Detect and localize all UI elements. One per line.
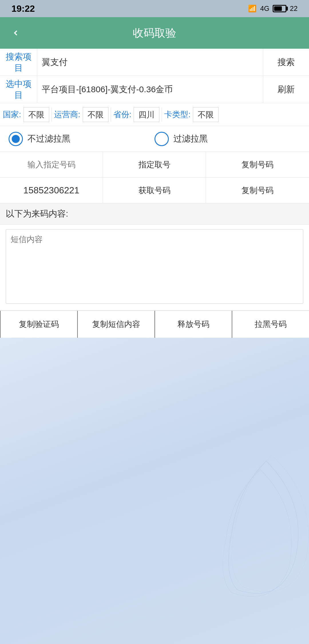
assign-button-cell: 指定取号 — [103, 152, 206, 177]
back-button[interactable] — [9, 26, 23, 40]
page-title: 收码取验 — [133, 26, 176, 40]
selected-label-cell: 选中项目 — [0, 76, 37, 103]
province-value[interactable]: 四川 — [134, 107, 159, 122]
sms-section-label: 以下为来码内容: — [0, 203, 309, 225]
search-button[interactable]: 搜索 — [263, 49, 309, 76]
search-label: 搜索项目 — [2, 51, 35, 73]
battery-text: 22 — [290, 5, 298, 13]
copy-button-1-cell: 复制号码 — [206, 152, 309, 177]
filter-row: 国家: 不限 运营商: 不限 省份: 四川 卡类型: 不限 — [0, 103, 309, 126]
search-row: 搜索项目 搜索 — [0, 49, 309, 76]
refresh-button-cell: 刷新 — [263, 76, 309, 103]
copy-sms-content-button[interactable]: 复制短信内容 — [77, 311, 154, 338]
province-label: 省份: — [113, 109, 132, 120]
province-filter: 省份: 四川 — [113, 107, 160, 122]
release-number-button[interactable]: 释放号码 — [154, 311, 232, 338]
background-area — [0, 338, 309, 644]
radio-label-1: 不过滤拉黑 — [27, 133, 70, 145]
status-time: 19:22 — [11, 3, 35, 14]
radio-label-2: 过滤拉黑 — [173, 133, 208, 145]
refresh-button[interactable]: 刷新 — [263, 76, 309, 103]
operator-value[interactable]: 不限 — [83, 107, 108, 122]
radio-option-1[interactable]: 不过滤拉黑 — [9, 132, 154, 146]
copy-number-button-1[interactable]: 复制号码 — [211, 159, 304, 170]
status-bar: 19:22 📶 4G 22 — [0, 0, 309, 17]
filter-divider-2 — [111, 107, 111, 122]
radio-circle-2 — [154, 132, 169, 146]
get-number-button[interactable]: 获取号码 — [108, 185, 201, 196]
country-value[interactable]: 不限 — [23, 107, 49, 122]
selected-row: 选中项目 刷新 — [0, 76, 309, 103]
sms-label-text: 以下为来码内容: — [6, 209, 68, 218]
selected-label: 选中项目 — [2, 78, 35, 101]
operator-filter: 运营商: 不限 — [54, 107, 108, 122]
phone-number-cell: 15852306221 — [0, 178, 103, 203]
copy-verification-code-button[interactable]: 复制验证码 — [0, 311, 77, 338]
main-content: 搜索项目 搜索 选中项目 刷新 国家: 不限 运营商: 不限 — [0, 49, 309, 338]
sms-textarea[interactable] — [6, 229, 303, 304]
battery-icon — [273, 5, 286, 12]
radio-circle-1 — [9, 132, 23, 146]
get-number-cell: 获取号码 — [103, 178, 206, 203]
search-input[interactable] — [42, 57, 258, 67]
selected-input-cell — [37, 76, 263, 103]
copy-button-2-cell: 复制号码 — [206, 178, 309, 203]
phone-input-row: 指定取号 复制号码 — [0, 152, 309, 178]
status-icons: 📶 4G 22 — [248, 5, 298, 13]
operator-label: 运营商: — [54, 109, 80, 120]
phone-display-row: 15852306221 获取号码 复制号码 — [0, 178, 309, 203]
selected-input[interactable] — [42, 85, 258, 94]
phone-number-input[interactable] — [5, 160, 98, 169]
search-button-cell: 搜索 — [263, 49, 309, 76]
radio-option-2[interactable]: 过滤拉黑 — [154, 132, 300, 146]
header: 收码取验 — [0, 17, 309, 49]
search-input-cell — [37, 49, 263, 76]
card-type-value[interactable]: 不限 — [193, 107, 219, 122]
copy-number-button-2[interactable]: 复制号码 — [211, 185, 304, 196]
radio-row: 不过滤拉黑 过滤拉黑 — [0, 126, 309, 152]
card-type-filter: 卡类型: 不限 — [164, 107, 219, 122]
country-label: 国家: — [3, 109, 21, 120]
phone-input-cell — [0, 152, 103, 177]
sms-content-area — [0, 225, 309, 311]
signal-icon: 📶 — [248, 5, 257, 13]
blacklist-number-button[interactable]: 拉黑号码 — [232, 311, 309, 338]
bg-decoration — [209, 447, 309, 619]
filter-divider-3 — [162, 107, 162, 122]
assign-number-button[interactable]: 指定取号 — [108, 159, 201, 170]
wifi-icon: 4G — [260, 5, 269, 13]
country-filter: 国家: 不限 — [3, 107, 49, 122]
bottom-buttons: 复制验证码 复制短信内容 释放号码 拉黑号码 — [0, 311, 309, 338]
phone-number-display: 15852306221 — [5, 185, 98, 196]
filter-divider-1 — [52, 107, 52, 122]
card-type-label: 卡类型: — [164, 109, 191, 120]
search-label-cell: 搜索项目 — [0, 49, 37, 76]
